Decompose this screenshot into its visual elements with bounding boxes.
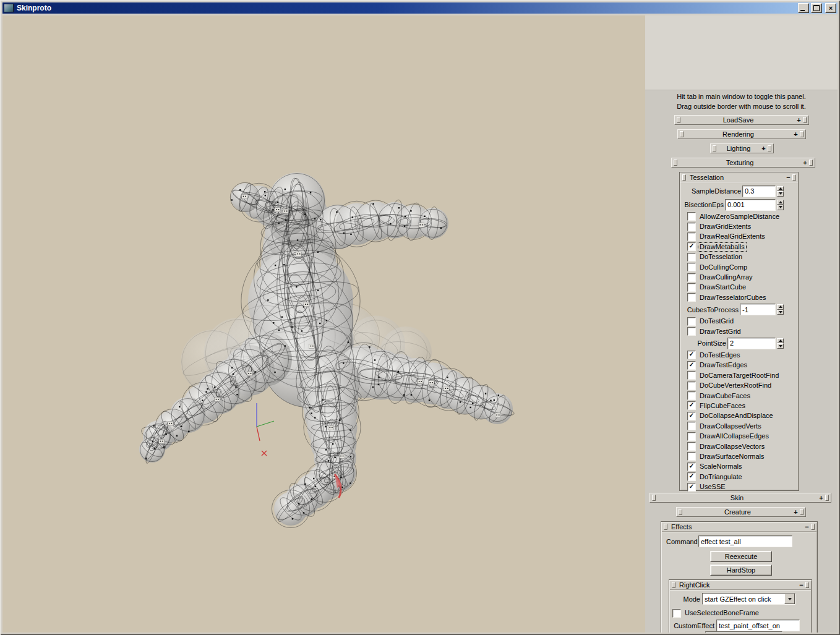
checkbox-label[interactable]: DrawCubeFaces [698,391,752,401]
drag-grip-icon[interactable] [672,582,675,588]
drag-grip-icon[interactable] [809,160,813,166]
checkbox-label[interactable]: DoTestEdges [698,351,742,360]
checkbox-label[interactable]: DoCullingComp [698,263,749,272]
expand-button[interactable]: + [795,116,802,124]
checkbox-DoTestEdges[interactable]: ✓ [687,351,696,359]
checkbox-DrawTestEdges[interactable]: ✓ [687,361,696,370]
checkbox-label[interactable]: DrawCollapsedVerts [698,422,763,431]
checkbox-label[interactable]: DoCameraTargetRootFind [698,371,781,380]
checkbox-label[interactable]: DrawTestEdges [698,360,749,370]
checkbox-UseSSE[interactable]: ✓ [687,483,696,492]
BisectionEps-input[interactable] [725,199,776,211]
effects-header[interactable]: Effects − [662,522,816,532]
SampleDistance-input[interactable] [742,185,776,197]
checkbox-label[interactable]: DrawCollapseVectors [698,442,766,451]
checkbox-DrawAllCollapseEdges[interactable] [687,432,696,441]
checkbox-DrawTestGrid[interactable] [687,327,696,336]
checkbox-label[interactable]: UseSSE [698,482,727,492]
drag-grip-icon[interactable] [713,145,716,151]
section-loadsave[interactable]: LoadSave + [674,115,809,125]
checkbox-label[interactable]: DoCollapseAndDisplace [698,411,775,420]
section-lighting[interactable]: Lighting + [710,143,774,153]
checkbox-label[interactable]: FlipCubeFaces [698,401,747,411]
checkbox-label[interactable]: DrawCullingArray [698,273,755,282]
close-button[interactable]: × [825,3,836,13]
section-texturing[interactable]: Texturing + [671,158,815,168]
checkbox-label[interactable]: DoCubeVertexRootFind [698,381,773,390]
checkbox-DrawGridExtents[interactable] [687,223,696,231]
collapse-button[interactable]: − [798,581,805,589]
checkbox-DrawStartCube[interactable] [687,283,696,292]
drag-grip-icon[interactable] [677,117,680,123]
checkbox-DoCollapseAndDisplace[interactable]: ✓ [687,412,696,420]
checkbox-use-selected-bone-frame[interactable] [672,609,681,618]
checkbox-label[interactable]: DoTestGrid [698,317,735,326]
expand-button[interactable]: + [792,130,799,138]
collapse-button[interactable]: − [804,523,810,531]
checkbox-label[interactable]: DrawGridExtents [698,222,753,231]
checkbox-label[interactable]: UseSelectedBoneFrame [683,608,761,618]
checkbox-DrawCullingArray[interactable] [687,273,696,282]
drag-grip-icon[interactable] [825,495,829,501]
spinner-up-down-icon[interactable] [777,200,784,210]
checkbox-DoCubeVertexRootFind[interactable] [687,381,696,390]
checkbox-label[interactable]: ScaleNormals [698,462,744,471]
expand-button[interactable]: + [760,145,767,152]
section-rendering[interactable]: Rendering + [677,129,806,139]
drag-grip-icon[interactable] [679,509,682,515]
spinner-up-down-icon[interactable] [777,186,784,197]
drag-grip-icon[interactable] [800,131,804,137]
checkbox-label[interactable]: DoTriangulate [698,472,744,482]
checkbox-DrawCollapsedVerts[interactable] [687,422,696,430]
drag-grip-icon[interactable] [674,160,677,166]
drag-grip-icon[interactable] [792,174,796,181]
drag-grip-icon[interactable] [682,174,686,181]
drag-grip-icon[interactable] [811,524,815,530]
maximize-button[interactable] [811,3,822,13]
checkbox-label[interactable]: DrawTestGrid [698,327,743,336]
checkbox-DrawRealGridExtents[interactable] [687,232,696,241]
checkbox-label[interactable]: DoTesselation [698,252,744,262]
spinner-up-down-icon[interactable] [777,304,784,315]
checkbox-DoTestGrid[interactable] [687,317,696,326]
checkbox-ScaleNormals[interactable]: ✓ [687,462,696,471]
drag-grip-icon[interactable] [680,131,684,137]
title-bar[interactable]: Skinproto × [2,2,838,14]
rightclick-header[interactable]: RightClick − [670,581,811,590]
viewport-3d[interactable] [2,15,645,633]
expand-button[interactable]: + [792,508,799,516]
checkbox-DoTesselation[interactable] [687,253,696,262]
tesselation-header[interactable]: Tesselation − [680,173,798,182]
checkbox-label[interactable]: DrawTesselatorCubes [698,293,768,302]
CubesToProcess-input[interactable] [740,304,776,315]
checkbox-DrawCollapseVectors[interactable] [687,442,696,451]
section-creature[interactable]: Creature + [676,507,806,517]
spinner-up-down-icon[interactable] [777,338,784,349]
checkbox-FlipCubeFaces[interactable]: ✓ [687,401,696,410]
checkbox-label[interactable]: DrawStartCube [698,283,748,292]
PointSize-input[interactable] [727,338,776,349]
checkbox-label[interactable]: DrawRealGridExtents [698,232,767,241]
checkbox-DrawTesselatorCubes[interactable] [687,293,696,302]
checkbox-label[interactable]: DrawMetaballs [698,242,747,252]
checkbox-AllowZeroSampleDistance[interactable] [687,212,696,221]
checkbox-DoCameraTargetRootFind[interactable] [687,371,696,380]
clipped-control[interactable] [705,631,782,633]
drag-grip-icon[interactable] [768,145,771,151]
checkbox-DoTriangulate[interactable]: ✓ [687,472,696,481]
minimize-button[interactable] [798,3,809,13]
custom-effect-input[interactable] [716,620,800,631]
checkbox-DrawSurfaceNormals[interactable] [687,452,696,461]
checkbox-label[interactable]: DrawAllCollapseEdges [698,432,771,441]
mode-dropdown[interactable]: start GZEffect on click [702,593,795,605]
expand-button[interactable]: + [802,159,808,166]
hardstop-button[interactable]: HardStop [710,565,772,576]
collapse-button[interactable]: − [785,174,792,181]
command-input[interactable] [698,535,792,547]
checkbox-DrawCubeFaces[interactable] [687,391,696,400]
drag-grip-icon[interactable] [664,524,667,530]
drag-grip-icon[interactable] [805,582,809,588]
section-skin[interactable]: Skin + [649,493,831,503]
checkbox-DrawMetaballs[interactable]: ✓ [687,242,696,251]
dropdown-arrow-icon[interactable] [784,594,795,604]
